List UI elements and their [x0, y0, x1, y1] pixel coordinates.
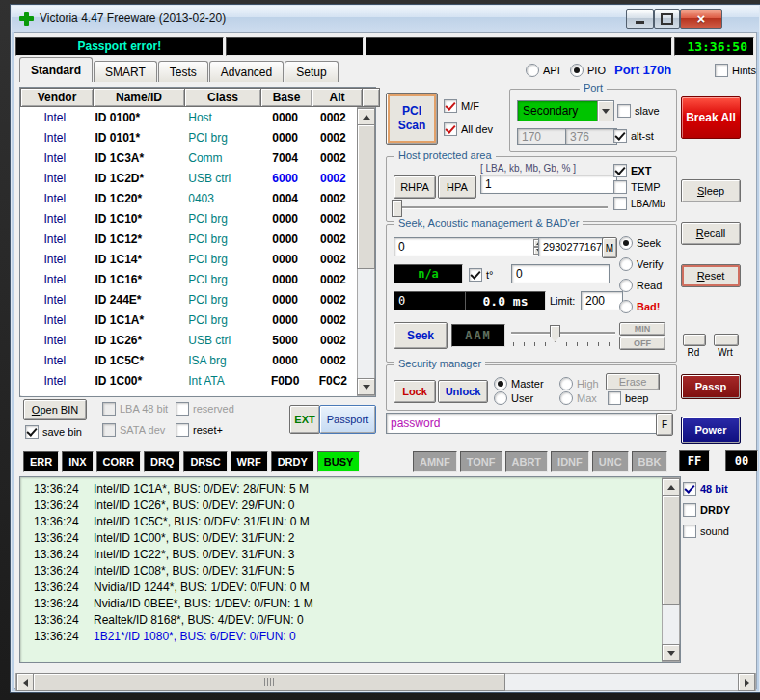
- tab-advanced[interactable]: Advanced: [209, 61, 284, 82]
- start-lba-field[interactable]: 0: [394, 237, 546, 256]
- scroll-thumb[interactable]: [662, 495, 680, 605]
- ext-checkbox[interactable]: EXT: [613, 164, 651, 177]
- passp-button[interactable]: Passp: [681, 374, 741, 399]
- max-lba-button[interactable]: M: [602, 237, 617, 258]
- save-bin-checkbox[interactable]: save bin: [25, 425, 82, 439]
- radio-api[interactable]: API: [526, 64, 560, 77]
- temp-value-field[interactable]: 0: [511, 264, 610, 283]
- table-row[interactable]: IntelID 1C00*Int ATAF0D0F0C2: [20, 370, 357, 390]
- rhpa-button[interactable]: RHPA: [394, 175, 436, 199]
- column-header-name-id[interactable]: Name/ID: [94, 88, 185, 107]
- scroll-up-icon[interactable]: [357, 108, 375, 125]
- minimize-button[interactable]: [626, 9, 654, 29]
- chevron-down-icon[interactable]: [597, 101, 613, 121]
- lock-button[interactable]: Lock: [394, 380, 436, 403]
- table-row[interactable]: IntelID 1C12*PCI brg00000002: [20, 229, 357, 249]
- radio-master[interactable]: Master: [494, 377, 544, 390]
- reset-button[interactable]: Reset: [681, 264, 741, 287]
- passport-button[interactable]: Passport: [319, 405, 376, 434]
- aam-off-button[interactable]: OFF: [619, 337, 665, 350]
- radio-seek[interactable]: Seek: [619, 236, 661, 250]
- recall-button[interactable]: Recall: [681, 222, 741, 245]
- radio-verify[interactable]: Verify: [619, 257, 664, 271]
- close-button[interactable]: ×: [680, 9, 722, 29]
- radio-pio[interactable]: PIO: [570, 64, 606, 77]
- hpa-slider[interactable]: [392, 199, 608, 218]
- table-scrollbar[interactable]: [357, 107, 375, 396]
- base-io-field[interactable]: 170: [517, 128, 569, 145]
- scroll-thumb[interactable]: [357, 124, 375, 269]
- drdy-checkbox[interactable]: DRDY: [683, 503, 730, 517]
- title-bar[interactable]: Victoria 4.47 Freeware (2013-02-20) ×: [12, 6, 759, 32]
- tab-tests[interactable]: Tests: [158, 61, 208, 82]
- power-button[interactable]: Power: [681, 417, 741, 444]
- temp-checkbox[interactable]: TEMP: [613, 180, 661, 194]
- scroll-up-icon[interactable]: [662, 478, 680, 496]
- column-header-alt[interactable]: Alt: [312, 88, 363, 107]
- table-row[interactable]: IntelID 1C5C*ISA brg00000002: [20, 350, 357, 370]
- radio-user[interactable]: User: [494, 391, 533, 405]
- hpa-value-field[interactable]: 1: [480, 175, 617, 194]
- temperature-checkbox[interactable]: t°: [469, 268, 493, 282]
- table-row[interactable]: IntelID 1C20*040300040002: [20, 188, 357, 208]
- ext-button[interactable]: EXT: [289, 405, 320, 434]
- radio-bad[interactable]: Bad!: [619, 300, 660, 313]
- column-header-vendor[interactable]: Vendor: [20, 88, 94, 107]
- seek-button[interactable]: Seek: [394, 322, 448, 349]
- horizontal-scrollbar[interactable]: [15, 673, 756, 691]
- limit-field[interactable]: 200: [581, 291, 623, 310]
- slider-thumb[interactable]: [392, 200, 402, 217]
- table-row[interactable]: IntelID 1C1A*PCI brg00000002: [20, 310, 357, 330]
- radio-read[interactable]: Read: [619, 279, 662, 292]
- table-row[interactable]: IntelID 1C26*USB ctrl50000002: [20, 330, 357, 350]
- aam-min-button[interactable]: MIN: [619, 322, 665, 336]
- slider-thumb[interactable]: [550, 325, 560, 342]
- pci-scan-button[interactable]: PCI Scan: [386, 93, 438, 145]
- slave-checkbox[interactable]: slave: [617, 104, 660, 118]
- alt-io-field[interactable]: 376: [565, 128, 617, 145]
- break-all-button[interactable]: Break All: [681, 96, 741, 139]
- maximize-button[interactable]: [654, 9, 680, 29]
- tab-standard[interactable]: Standard: [19, 57, 93, 82]
- channel-select[interactable]: Secondary: [517, 100, 614, 121]
- column-header-class[interactable]: Class: [185, 88, 261, 107]
- hpa-button[interactable]: HPA: [438, 175, 476, 199]
- aam-slider[interactable]: [511, 324, 615, 343]
- tab-setup[interactable]: Setup: [285, 61, 338, 82]
- table-row[interactable]: IntelID 1C14*PCI brg00000002: [20, 249, 357, 269]
- table-row[interactable]: IntelID 1C16*PCI brg00000002: [20, 269, 357, 289]
- scroll-thumb[interactable]: [33, 673, 505, 691]
- log-scrollbar[interactable]: [662, 477, 680, 662]
- beep-checkbox[interactable]: beep: [608, 391, 648, 405]
- bit48-checkbox[interactable]: 48 bit: [683, 482, 728, 496]
- table-row[interactable]: IntelID 1C10*PCI brg00000002: [20, 208, 357, 229]
- erase-button[interactable]: Erase: [606, 373, 660, 390]
- open-bin-button[interactable]: Open BIN: [23, 399, 87, 420]
- scroll-down-icon[interactable]: [662, 644, 680, 661]
- hints-checkbox[interactable]: Hints: [715, 64, 756, 77]
- end-lba-field[interactable]: 2930277167: [538, 237, 610, 256]
- mf-checkbox[interactable]: M/F: [444, 99, 479, 113]
- table-row[interactable]: IntelID 0100*Host00000002: [20, 107, 357, 127]
- column-header-base[interactable]: Base: [261, 88, 312, 107]
- log-time: 13:36:24: [34, 564, 94, 578]
- table-row[interactable]: IntelID 1C22*SM busF0400002: [20, 390, 357, 395]
- all-dev-checkbox[interactable]: All dev: [444, 122, 493, 136]
- scroll-down-icon[interactable]: [357, 378, 375, 395]
- password-field[interactable]: password: [386, 413, 664, 434]
- table-row[interactable]: IntelID 1C2D*USB ctrl60000002: [20, 168, 357, 188]
- alt-st-checkbox[interactable]: alt-st: [613, 129, 654, 143]
- scroll-left-icon[interactable]: [16, 673, 34, 691]
- table-row[interactable]: IntelID 1C3A*Comm70040002: [20, 148, 357, 168]
- sleep-button[interactable]: Sleep: [681, 179, 741, 202]
- tab-smart[interactable]: SMART: [94, 61, 157, 82]
- reset-plus-checkbox[interactable]: reset+: [176, 423, 223, 437]
- scroll-right-icon[interactable]: [738, 673, 755, 691]
- table-row[interactable]: IntelID 244E*PCI brg00000002: [20, 289, 357, 310]
- password-f-button[interactable]: F: [656, 413, 673, 436]
- unlock-button[interactable]: Unlock: [438, 380, 488, 403]
- lba-mb-checkbox[interactable]: LBA/Mb: [613, 197, 665, 210]
- reserved-checkbox[interactable]: reserved: [176, 402, 234, 416]
- table-row[interactable]: IntelID 0101*PCI brg00000002: [20, 127, 357, 148]
- sound-checkbox[interactable]: sound: [683, 525, 729, 538]
